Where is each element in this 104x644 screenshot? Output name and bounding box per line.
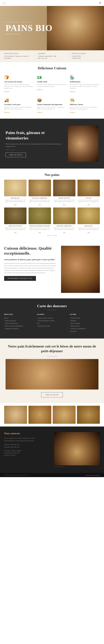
- feature-icon-5: 👨‍🍳: [70, 98, 100, 102]
- bread-link-2[interactable]: Suite: [63, 204, 65, 205]
- feature-title-0: Cuit au four frais du jour: [4, 81, 34, 83]
- contact-section: Nous contacter Lundi - Vendredi: 7:00 - …: [0, 426, 104, 473]
- quality-text: Cuisson délicieuse. Qualité exceptionnel…: [4, 246, 57, 281]
- feature-text-3: Sample text. Click to select the text bo…: [4, 106, 34, 110]
- find-us-address: 127 Block Street, 31 Avenue, New York, N…: [4, 55, 32, 59]
- contact-title: Nous contacter: [4, 432, 50, 435]
- breads-img-credit: Image de Unsplash: [4, 235, 100, 236]
- phone1: 1 (206) 767-991: [72, 55, 100, 57]
- menu-item: - Gâteaux de salon: [70, 317, 100, 319]
- menu-icon[interactable]: ☰: [99, 2, 101, 4]
- call-us-label: APPELEZ-NOUS: [72, 53, 100, 54]
- menu-item: - Scones au balsamix aux fruits: [37, 320, 67, 322]
- bread-text-2: Sample text. Click to select the text bo…: [53, 199, 76, 202]
- bread-row-image-3: [53, 406, 76, 424]
- feature-link-5[interactable]: Cliquez ici: [70, 112, 75, 113]
- bread-card-4: PAIN AUX OLIVES Sample text. Click to se…: [4, 208, 26, 233]
- bread-link-7[interactable]: Suite: [88, 232, 90, 233]
- contact-info: Nous contacter Lundi - Vendredi: 7:00 - …: [4, 432, 50, 468]
- feature-title-1: Grande valeur: [37, 81, 67, 83]
- learn-more-button[interactable]: APPRENDRE ENCORE PLUS: [4, 276, 36, 281]
- hero2-img-credit: Image de Unsplash: [6, 356, 98, 357]
- feature-item-5: 👨‍🍳 Délicieuse Cuisson Sample text. Clic…: [70, 96, 100, 114]
- hero2-image: [6, 359, 98, 390]
- hero-subtitle: BOULANGERIE FAMILIALE: [6, 22, 98, 23]
- info-bar: TROUVEZ-NOUS 127 Block Street, 31 Avenue…: [0, 50, 104, 62]
- feature-link-2[interactable]: Cliquez ici: [70, 91, 75, 92]
- dark-read-more-button[interactable]: LIRE LA SUITE: [6, 152, 26, 157]
- menu-item: - Tartelettes: [70, 320, 100, 322]
- bread-link-6[interactable]: Suite: [63, 232, 65, 233]
- hero-title: PAINS BIO: [6, 24, 98, 32]
- feature-link-0[interactable]: Cliquez ici: [4, 91, 10, 92]
- privacy-link[interactable]: Politique de Confidentialité: [86, 474, 100, 476]
- contact-bakery: Great Harvest Bread Company: [4, 450, 50, 452]
- bread-card-7: BAGUETTE Sample text. Click to select th…: [78, 208, 100, 233]
- navigation: logo ☰: [0, 0, 104, 6]
- feature-item-2: 🏪 Établissements Nous disposons en large…: [70, 74, 100, 94]
- bread-row: [0, 403, 104, 426]
- hero-section: BOULANGERIE FAMILIALE PAINS BIO IMAGE DE…: [0, 6, 104, 50]
- bread-row-image-4: [77, 406, 100, 424]
- feature-text-4: Sample text. Click to select the text bo…: [37, 106, 67, 110]
- bread-card-5: PAIN DE GRAINES ENTIERS Sample text. Cli…: [28, 208, 51, 233]
- breads-section: Nos pains PAIN BLANC Sample text. Click …: [0, 168, 104, 240]
- quality-title: Cuisson délicieuse. Qualité exceptionnel…: [4, 246, 57, 256]
- feature-item-3: 🚚 Livraison à votre porte Sample text. C…: [4, 96, 34, 114]
- feature-icon-3: 🚚: [4, 98, 34, 102]
- quality-image: [61, 246, 100, 293]
- bread-link-5[interactable]: Suite: [39, 232, 41, 233]
- bread-image-3: [78, 180, 100, 196]
- bread-link-4[interactable]: Suite: [14, 232, 16, 233]
- bread-name-0: PAIN BLANC: [4, 198, 26, 199]
- menu-col-title-2: Autre: [70, 314, 100, 316]
- feature-item-4: 📦 Aucune commande trop importante Sample…: [37, 96, 67, 114]
- feature-item-0: 🍞 Cuit au four frais du jour Cuit au fou…: [4, 74, 34, 94]
- bread-name-1: PAIN DE CAMPAGNE: [28, 198, 51, 199]
- bread-text-5: Sample text. Click to select the text bo…: [28, 227, 51, 230]
- find-us: TROUVEZ-NOUS 127 Block Street, 31 Avenue…: [4, 53, 35, 59]
- feature-link-1[interactable]: Cliquez ici: [37, 89, 42, 90]
- hero2-title: Notre pain fraîchement cuit est le héros…: [6, 344, 98, 354]
- bread-row-image-2: [28, 406, 51, 424]
- menu-item: Biscotti: [4, 317, 34, 319]
- breads-title: Nos pains: [4, 173, 100, 177]
- contact-fax: Télécopier: (678) 000-5730: [4, 446, 50, 448]
- feature-text-2: Nous disposons en large éventail d'insti…: [70, 84, 100, 89]
- bread-link-3[interactable]: Suite: [88, 204, 90, 205]
- quality-section: Cuisson délicieuse. Qualité exceptionnel…: [0, 240, 104, 298]
- bread-text-0: Sample text. Click to select the text bo…: [4, 199, 26, 202]
- menu-column-0: Biscuits Biscotti- Pépites de chocolat- …: [4, 314, 34, 333]
- feature-title-3: Livraison à votre porte: [4, 104, 34, 106]
- menu-img-credit: Image de Unsplash: [4, 309, 100, 311]
- menu-item: - Pépites de chocolat: [4, 320, 34, 322]
- bread-name-7: BAGUETTE: [78, 225, 100, 227]
- feature-link-3[interactable]: Cliquez ici: [4, 112, 10, 113]
- bread-row-image-1: [4, 406, 27, 424]
- hero2-read-more-button[interactable]: LIRE LA SUITE: [41, 392, 63, 398]
- hours-text: Du lundi au samedi 9h30 – 3h00 Dim : 10h…: [38, 55, 66, 59]
- menu-item: - Granola aux canneberges et: [70, 328, 100, 330]
- bread-image-7: [78, 208, 100, 224]
- cooking-title: Délicieuse Cuisson: [4, 66, 100, 70]
- menu-column-1: scones - Scones au beurre Classique- Sco…: [37, 314, 67, 333]
- dark-text: Pains frais, gâteaux et viennoiseries Wi…: [6, 130, 62, 157]
- bread-link-0[interactable]: Suite: [14, 204, 16, 205]
- bread-image-5: [28, 208, 51, 224]
- menu-item: aux pacanes: [70, 330, 100, 332]
- bread-text-1: Sample text. Click to select the text bo…: [28, 199, 51, 202]
- bread-link-1[interactable]: Suite: [39, 204, 41, 205]
- menu-grid: Biscuits Biscotti- Pépites de chocolat- …: [4, 314, 100, 333]
- features-grid: 🍞 Cuit au four frais du jour Cuit au fou…: [4, 74, 100, 114]
- bread-name-5: PAIN DE GRAINES ENTIERS: [28, 225, 51, 227]
- bread-card-6: PAIN DE CAMPAGNE Sample text. Click to s…: [53, 208, 76, 233]
- contact-image: [54, 432, 100, 465]
- contact-phone: Téléphone: (678) 569-5730: [4, 444, 50, 446]
- quality-desc: Lorem ipsum dolor sit amet, consectetur …: [4, 262, 57, 274]
- hero-tag: IMAGE DE DESSIN: [6, 33, 98, 35]
- bread-text-4: Sample text. Click to select the text bo…: [4, 227, 26, 230]
- bottom-bar: © Copyright - Clinicly Ltd. Tous droits …: [0, 473, 104, 477]
- menu-item: - Pouding au pain: [70, 325, 100, 327]
- feature-link-4[interactable]: Cliquez ici: [37, 112, 42, 113]
- menu-item: frais: [37, 322, 67, 324]
